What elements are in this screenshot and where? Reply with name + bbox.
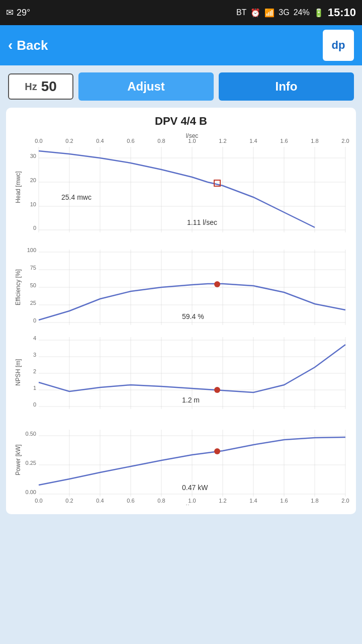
logo-text: dp (332, 39, 345, 52)
mail-icon: ✉ (6, 7, 14, 18)
svg-text:l/sec: l/sec (186, 504, 199, 505)
svg-text:0.4: 0.4 (96, 138, 104, 144)
svg-point-56 (214, 281, 220, 287)
battery-percent: 24% (294, 8, 310, 17)
temperature: 29° (17, 8, 30, 18)
svg-text:2: 2 (33, 368, 36, 374)
svg-text:1.2: 1.2 (219, 498, 226, 504)
svg-text:1: 1 (33, 385, 36, 391)
svg-text:2.0: 2.0 (341, 138, 349, 144)
svg-text:30: 30 (30, 153, 36, 159)
svg-text:1.4: 1.4 (249, 498, 257, 504)
svg-text:0.2: 0.2 (65, 138, 73, 144)
svg-text:0.8: 0.8 (157, 138, 165, 144)
back-button[interactable]: ‹ Back (8, 37, 48, 53)
svg-text:1.4: 1.4 (249, 138, 257, 144)
status-left: ✉ 29° (6, 7, 30, 18)
bt-icon: BT (236, 8, 246, 17)
hz-display: Hz 50 (8, 73, 73, 100)
svg-text:1.11 l/sec: 1.11 l/sec (187, 218, 217, 226)
svg-text:100: 100 (27, 247, 36, 253)
svg-point-79 (214, 387, 220, 393)
svg-text:50: 50 (30, 282, 36, 288)
svg-text:NPSH [m]: NPSH [m] (15, 359, 22, 385)
svg-text:0.6: 0.6 (127, 498, 134, 504)
svg-text:0.8: 0.8 (157, 498, 165, 504)
svg-text:0.6: 0.6 (127, 138, 134, 144)
header: ‹ Back dp (0, 25, 362, 65)
svg-point-110 (214, 448, 220, 454)
charts-container: DPV 4/4 B Head [mwc] 0 10 20 30 (6, 108, 356, 514)
svg-text:3: 3 (33, 352, 36, 358)
svg-text:l/sec: l/sec (186, 132, 199, 139)
svg-text:0: 0 (33, 401, 36, 408)
svg-text:0: 0 (33, 317, 36, 324)
svg-text:0.00: 0.00 (26, 489, 36, 495)
svg-text:Head [mwc]: Head [mwc] (15, 171, 22, 203)
svg-text:10: 10 (30, 201, 36, 207)
svg-text:25: 25 (30, 300, 36, 306)
svg-text:0.2: 0.2 (65, 498, 73, 504)
wifi-icon: 📶 (264, 8, 275, 18)
svg-text:Power [kW]: Power [kW] (15, 444, 22, 475)
battery-icon: 🔋 (314, 8, 324, 18)
back-label: Back (17, 38, 48, 53)
svg-text:0.0: 0.0 (35, 498, 42, 504)
chart-title: DPV 4/4 B (11, 115, 351, 128)
svg-text:0.50: 0.50 (26, 431, 36, 437)
svg-text:0.4: 0.4 (96, 498, 104, 504)
svg-text:Efficiency [%]: Efficiency [%] (15, 269, 22, 305)
npsh-chart: NPSH [m] 0 1 2 3 4 (11, 332, 351, 413)
svg-text:1.6: 1.6 (280, 138, 288, 144)
svg-text:0: 0 (33, 225, 36, 231)
adjust-button[interactable]: Adjust (78, 72, 214, 101)
toolbar: Hz 50 Adjust Info (0, 65, 362, 108)
svg-text:59.4 %: 59.4 % (182, 312, 204, 320)
alarm-icon: ⏰ (250, 8, 260, 18)
svg-text:2.0: 2.0 (341, 498, 349, 504)
svg-text:4: 4 (33, 335, 36, 341)
svg-text:1.2: 1.2 (219, 138, 226, 144)
back-chevron-icon: ‹ (8, 37, 13, 53)
svg-text:20: 20 (30, 177, 36, 183)
logo-box: dp (323, 30, 354, 61)
signal-icon: 3G (279, 8, 289, 17)
power-chart: Power [kW] 0.00 0.25 0.50 0.0 0.2 0.4 0.… (11, 415, 351, 505)
head-chart: Head [mwc] 0 10 20 30 0.0 0.2 (11, 132, 351, 243)
svg-text:0.47 kW: 0.47 kW (182, 484, 208, 492)
svg-text:1.0: 1.0 (188, 498, 196, 504)
hz-label: Hz (25, 81, 37, 93)
status-right: BT ⏰ 📶 3G 24% 🔋 15:10 (236, 6, 356, 19)
hz-value: 50 (41, 78, 57, 95)
info-button[interactable]: Info (219, 72, 354, 101)
svg-text:75: 75 (30, 265, 36, 271)
efficiency-chart: Efficiency [%] 0 25 50 75 100 (11, 245, 351, 330)
svg-text:1.2 m: 1.2 m (182, 396, 200, 404)
svg-text:1.8: 1.8 (311, 498, 318, 504)
svg-text:0.0: 0.0 (35, 138, 42, 144)
svg-text:1.8: 1.8 (311, 138, 318, 144)
status-bar: ✉ 29° BT ⏰ 📶 3G 24% 🔋 15:10 (0, 0, 362, 25)
svg-text:1.6: 1.6 (280, 498, 288, 504)
svg-text:25.4 mwc: 25.4 mwc (61, 193, 92, 201)
clock: 15:10 (328, 6, 356, 19)
svg-text:0.25: 0.25 (26, 460, 36, 466)
